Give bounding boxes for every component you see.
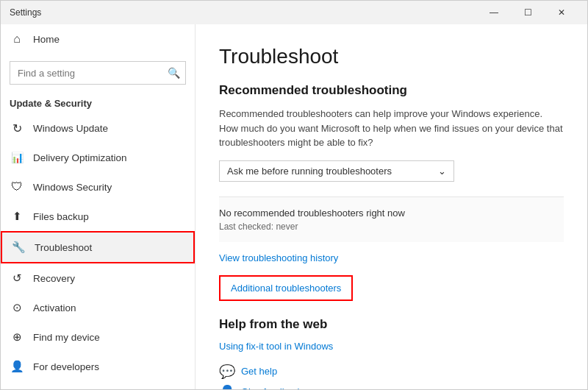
help-section-title: Help from the web	[219, 317, 564, 332]
status-sub-text: Last checked: never	[219, 221, 564, 232]
close-button[interactable]: ✕	[545, 1, 578, 24]
sidebar: ⌂ Home 🔍 Update & Security ↻ Windows Upd…	[1, 24, 196, 389]
sidebar-label-files-backup: Files backup	[33, 211, 89, 222]
get-help-icon: 💬	[219, 364, 235, 380]
sidebar-item-activation[interactable]: ⊙ Activation	[1, 293, 195, 322]
page-title: Troubleshoot	[219, 45, 564, 68]
sidebar-label-for-developers: For developers	[33, 361, 99, 372]
sidebar-item-recovery[interactable]: ↺ Recovery	[1, 263, 195, 293]
files-backup-icon: ⬆	[10, 209, 24, 224]
view-troubleshooting-history-link[interactable]: View troubleshooting history	[219, 252, 564, 263]
activation-icon: ⊙	[10, 300, 24, 315]
window-title: Settings	[10, 7, 41, 18]
give-feedback-item: 👤 Give feedback	[219, 384, 564, 390]
for-developers-icon: 👤	[10, 359, 24, 374]
content-area: ⌂ Home 🔍 Update & Security ↻ Windows Upd…	[1, 24, 587, 389]
chevron-down-icon: ⌄	[438, 166, 446, 177]
home-icon: ⌂	[10, 32, 24, 46]
fix-it-link[interactable]: Using fix-it tool in Windows	[219, 341, 564, 352]
find-my-device-icon: ⊕	[10, 330, 24, 344]
status-main-text: No recommended troubleshooters right now	[219, 208, 564, 219]
get-help-link[interactable]: Get help	[241, 366, 277, 377]
recommended-description: Recommended troubleshooters can help imp…	[219, 107, 564, 150]
sidebar-label-windows-security: Windows Security	[33, 182, 112, 193]
maximize-button[interactable]: ☐	[511, 1, 545, 24]
sidebar-item-windows-update[interactable]: ↻ Windows Update	[1, 113, 195, 143]
titlebar: Settings — ☐ ✕	[1, 1, 587, 24]
troubleshoot-dropdown[interactable]: Ask me before running troubleshooters ⌄	[219, 160, 454, 182]
give-feedback-link[interactable]: Give feedback	[241, 386, 302, 389]
minimize-button[interactable]: —	[477, 1, 511, 24]
give-feedback-icon: 👤	[219, 384, 235, 390]
additional-troubleshooters-box[interactable]: Additional troubleshooters	[219, 275, 353, 301]
sidebar-label-find-my-device: Find my device	[33, 332, 100, 343]
main-content: Troubleshoot Recommended troubleshooting…	[196, 24, 587, 389]
recovery-icon: ↺	[10, 271, 24, 286]
sidebar-label-windows-update: Windows Update	[33, 123, 108, 134]
recommended-section-title: Recommended troubleshooting	[219, 83, 564, 98]
troubleshoot-icon: 🔧	[11, 240, 26, 255]
settings-window: Settings — ☐ ✕ ⌂ Home 🔍 Update & Securit…	[0, 0, 588, 390]
sidebar-search: 🔍	[10, 61, 186, 85]
delivery-optimization-icon: 📊	[10, 150, 24, 165]
windows-security-icon: 🛡	[10, 180, 24, 194]
sidebar-label-home: Home	[33, 34, 60, 45]
sidebar-label-troubleshoot: Troubleshoot	[35, 242, 92, 253]
get-help-item: 💬 Get help	[219, 364, 564, 380]
additional-troubleshooters-link[interactable]: Additional troubleshooters	[231, 283, 341, 294]
sidebar-section-title: Update & Security	[1, 91, 195, 113]
search-input[interactable]	[10, 61, 186, 85]
sidebar-label-activation: Activation	[33, 302, 76, 313]
sidebar-item-home[interactable]: ⌂ Home	[1, 24, 195, 54]
windows-update-icon: ↻	[10, 121, 24, 135]
window-controls: — ☐ ✕	[477, 1, 578, 24]
sidebar-item-delivery-optimization[interactable]: 📊 Delivery Optimization	[1, 143, 195, 172]
sidebar-label-recovery: Recovery	[33, 273, 75, 284]
status-box: No recommended troubleshooters right now…	[219, 196, 564, 242]
dropdown-value: Ask me before running troubleshooters	[227, 166, 392, 177]
sidebar-item-troubleshoot[interactable]: 🔧 Troubleshoot	[1, 231, 195, 263]
sidebar-item-windows-security[interactable]: 🛡 Windows Security	[1, 172, 195, 202]
sidebar-item-for-developers[interactable]: 👤 For developers	[1, 352, 195, 381]
sidebar-item-files-backup[interactable]: ⬆ Files backup	[1, 202, 195, 231]
sidebar-label-delivery-optimization: Delivery Optimization	[33, 152, 127, 163]
search-icon: 🔍	[168, 67, 180, 79]
sidebar-item-find-my-device[interactable]: ⊕ Find my device	[1, 322, 195, 352]
